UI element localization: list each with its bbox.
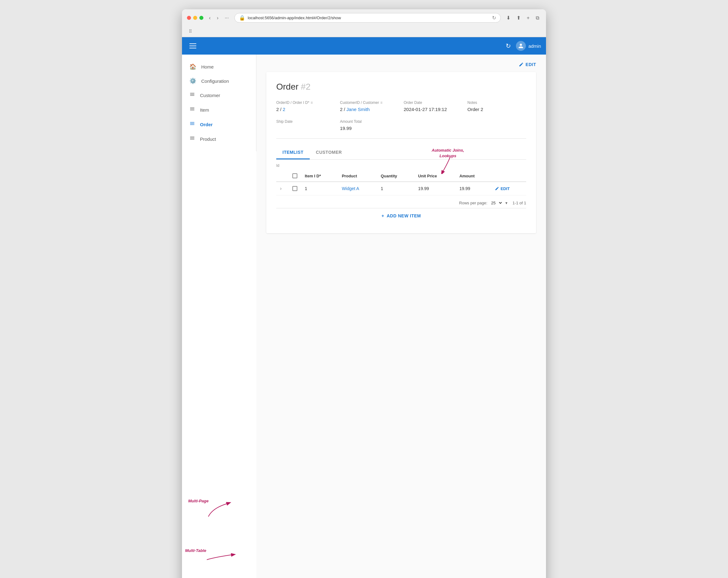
field-ship-date: Ship Date xyxy=(276,120,335,131)
sidebar-item-product[interactable]: Product xyxy=(182,132,256,147)
svg-rect-5 xyxy=(190,110,194,110)
row-amount-cell: 19.99 xyxy=(456,182,491,195)
add-new-label: ADD NEW ITEM xyxy=(387,213,421,218)
col-actions-header xyxy=(491,170,526,182)
svg-rect-8 xyxy=(190,124,194,125)
row-quantity-cell: 1 xyxy=(377,182,415,195)
order-edit-button[interactable]: EDIT xyxy=(519,62,536,67)
configuration-icon: ⚙️ xyxy=(189,78,196,84)
field-shipdate-label: Ship Date xyxy=(276,120,335,124)
more-button[interactable]: ··· xyxy=(223,14,231,22)
field-notes-value: Order 2 xyxy=(468,107,526,112)
rows-per-page-select[interactable]: 25 50 100 xyxy=(490,200,503,206)
col-quantity-header: Quantity xyxy=(377,170,415,182)
order-detail-card: Order #2 OrderID / Order I D* ≡ 2 / 2 xyxy=(266,72,536,233)
address-bar[interactable]: 🔒 localhost:5656/admin-app/index.html#/O… xyxy=(234,13,501,23)
row-checkbox[interactable] xyxy=(292,186,297,191)
row-item-id-cell: 1 xyxy=(301,182,338,195)
row-expand-button[interactable]: › xyxy=(280,186,282,191)
browser-actions: ⬇ ⬆ + ⧉ xyxy=(504,14,541,22)
address-bar-url: localhost:5656/admin-app/index.html#/Ord… xyxy=(248,16,490,20)
item-list-icon xyxy=(189,106,195,113)
rows-per-page-control: Rows per page: 25 50 100 ▾ xyxy=(459,200,508,206)
table-header-row: Item I D* Product Quantity xyxy=(276,170,526,182)
field-orderid-value: 2 / 2 xyxy=(276,107,335,112)
col-product-header: Product xyxy=(338,170,377,182)
row-edit-cell: EDIT xyxy=(491,182,526,195)
app-header-left xyxy=(187,41,199,51)
address-bar-icon: 🔒 xyxy=(239,15,245,21)
row-edit-button[interactable]: EDIT xyxy=(495,186,510,191)
sidebar-item-item-label: Item xyxy=(200,107,209,112)
reload-icon[interactable]: ↻ xyxy=(492,15,496,21)
user-label: admin xyxy=(528,44,541,49)
customerid-menu-icon[interactable]: ≡ xyxy=(381,101,383,105)
field-amount-total: Amount Total 19.99 xyxy=(340,120,399,131)
customer-link[interactable]: Jane Smith xyxy=(346,107,370,112)
traffic-light-close[interactable] xyxy=(187,16,191,20)
download-button[interactable]: ⬇ xyxy=(504,14,512,22)
svg-rect-7 xyxy=(190,124,194,124)
sidebar-item-order[interactable]: Order xyxy=(182,117,256,132)
orderid-menu-icon[interactable]: ≡ xyxy=(311,101,313,105)
user-menu[interactable]: admin xyxy=(516,41,541,51)
sidebar-item-item[interactable]: Item xyxy=(182,103,256,117)
browser-navigation: ‹ › ··· xyxy=(207,14,231,22)
add-new-item-button[interactable]: + ADD NEW ITEM xyxy=(276,208,526,223)
customer-list-icon xyxy=(189,92,195,99)
traffic-light-maximize[interactable] xyxy=(199,16,203,20)
main-content: EDIT Order #2 OrderID / Order I D* ≡ xyxy=(256,55,546,578)
forward-button[interactable]: › xyxy=(215,14,220,22)
col-unit-price-header: Unit Price xyxy=(415,170,456,182)
app-body: 🏠 Home ⚙️ Configuration Customer xyxy=(182,55,546,578)
svg-rect-2 xyxy=(190,95,194,96)
product-list-icon xyxy=(189,135,195,142)
annotation-multitable: Multi-Table xyxy=(185,548,206,553)
field-order-date: Order Date 2024-01-27 17:19:12 xyxy=(404,101,463,112)
row-product-cell: Widget A xyxy=(338,182,377,195)
table-footer: Rows per page: 25 50 100 ▾ 1-1 of 1 xyxy=(276,195,526,208)
order-list-icon xyxy=(189,121,195,128)
tabs-container: ITEMLIST CUSTOMER xyxy=(276,146,526,160)
row-checkbox-cell xyxy=(289,182,301,195)
back-button[interactable]: ‹ xyxy=(207,14,212,22)
field-customerid-value: 2 / Jane Smith xyxy=(340,107,399,112)
sidebar-item-configuration-label: Configuration xyxy=(201,78,229,84)
field-notes-label: Notes xyxy=(468,101,526,105)
sidebar-item-customer[interactable]: Customer xyxy=(182,88,256,103)
hamburger-menu[interactable] xyxy=(187,41,199,51)
svg-rect-4 xyxy=(190,109,194,109)
tab-overview-button[interactable]: ⧉ xyxy=(534,14,541,22)
select-all-checkbox[interactable] xyxy=(292,173,297,178)
row-edit-icon xyxy=(495,186,499,191)
section-divider xyxy=(276,138,526,139)
pagination-info: 1-1 of 1 xyxy=(513,201,526,205)
home-icon: 🏠 xyxy=(189,63,196,70)
row-expand-cell: › xyxy=(276,182,289,195)
share-button[interactable]: ⬆ xyxy=(515,14,522,22)
orderid-link[interactable]: 2 xyxy=(283,107,285,112)
svg-rect-9 xyxy=(190,137,194,137)
order-fields-grid: OrderID / Order I D* ≡ 2 / 2 CustomerID … xyxy=(276,101,526,131)
sidebar-item-home-label: Home xyxy=(201,64,214,70)
refresh-button[interactable]: ↻ xyxy=(506,42,511,50)
apps-button[interactable]: ⠿ xyxy=(187,28,194,35)
tab-itemlist[interactable]: ITEMLIST xyxy=(276,146,310,159)
sidebar-item-configuration[interactable]: ⚙️ Configuration xyxy=(182,74,256,88)
rows-per-page-label: Rows per page: xyxy=(459,201,487,205)
col-item-id-header: Item I D* xyxy=(301,170,338,182)
traffic-light-minimize[interactable] xyxy=(193,16,197,20)
sidebar-item-home[interactable]: 🏠 Home xyxy=(182,59,256,74)
field-order-id: OrderID / Order I D* ≡ 2 / 2 xyxy=(276,101,335,112)
new-tab-button[interactable]: + xyxy=(525,14,531,22)
browser-chrome: ‹ › ··· 🔒 localhost:5656/admin-app/index… xyxy=(182,9,546,37)
svg-rect-11 xyxy=(190,139,194,139)
field-notes: Notes Order 2 xyxy=(468,101,526,112)
sidebar-item-product-label: Product xyxy=(200,136,216,142)
tab-customer[interactable]: CUSTOMER xyxy=(310,146,348,159)
traffic-lights xyxy=(187,16,203,20)
row-product-link[interactable]: Widget A xyxy=(342,186,359,191)
bookmarks-bar: ⠿ xyxy=(187,26,541,37)
svg-rect-3 xyxy=(190,108,194,108)
edit-icon xyxy=(519,62,524,67)
